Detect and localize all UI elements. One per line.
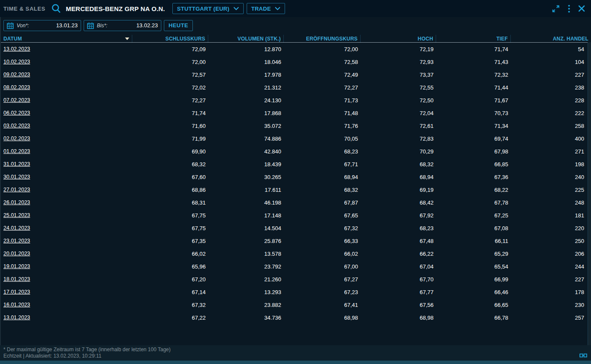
cell-tief: 65,29: [436, 251, 511, 257]
date-link[interactable]: 30.01.2023: [0, 174, 30, 180]
date-link[interactable]: 06.02.2023: [0, 110, 30, 116]
cell-anz-handel: 244: [511, 263, 591, 270]
date-link[interactable]: 07.02.2023: [0, 97, 30, 103]
column-header-hoch[interactable]: HOCH: [361, 35, 436, 42]
date-link[interactable]: 23.01.2023: [0, 238, 30, 244]
date-link[interactable]: 09.02.2023: [0, 72, 30, 78]
cell-hoch: 68,94: [361, 174, 436, 180]
cell-tief: 69,74: [436, 136, 511, 142]
cell-anz-handel: 222: [511, 110, 591, 116]
cell-schlusskurs: 68,32: [132, 161, 208, 168]
table-row: 10.02.2023 72,00 18.046 72,58 72,93 71,4…: [0, 55, 591, 68]
cell-volumen: 34.736: [208, 315, 284, 321]
column-header-anz-handel[interactable]: ANZ. HANDEL: [511, 35, 591, 42]
cell-tief: 66,65: [436, 302, 511, 308]
cell-schlusskurs: 67,60: [132, 174, 208, 180]
trade-type-dropdown-value: TRADE: [251, 6, 271, 12]
bottom-accent-bar: [0, 361, 591, 364]
cell-eroeffnungskurs: 72,27: [284, 84, 361, 91]
von-date-field[interactable]: Von*: 13.01.23: [3, 20, 81, 31]
cell-anz-handel: 198: [511, 161, 591, 168]
date-link[interactable]: 16.01.2023: [0, 302, 30, 308]
table-row: 16.01.2023 67,32 23.882 67,41 67,56 66,6…: [0, 298, 591, 311]
cell-datum: 18.01.2023: [0, 276, 132, 282]
calendar-icon[interactable]: [87, 22, 94, 29]
cell-volumen: 30.265: [208, 174, 284, 180]
date-link[interactable]: 20.01.2023: [0, 251, 30, 257]
link-button[interactable]: [579, 352, 587, 358]
cell-hoch: 72,83: [361, 136, 436, 142]
cell-tief: 70,73: [436, 110, 511, 116]
exchange-dropdown[interactable]: STUTTGART (EUR): [172, 3, 244, 14]
cell-tief: 67,78: [436, 199, 511, 206]
cell-tief: 71,44: [436, 84, 511, 91]
cell-anz-handel: 271: [511, 148, 591, 155]
cell-schlusskurs: 67,14: [132, 289, 208, 295]
column-header-tief[interactable]: TIEF: [436, 35, 511, 42]
cell-hoch: 67,56: [361, 302, 436, 308]
cell-datum: 09.02.2023: [0, 72, 132, 78]
cell-datum: 08.02.2023: [0, 84, 132, 90]
cell-tief: 66,99: [436, 276, 511, 283]
cell-datum: 23.01.2023: [0, 238, 132, 244]
column-header-datum[interactable]: DATUM: [0, 35, 132, 42]
cell-hoch: 73,37: [361, 72, 436, 78]
bis-value: 13.02.23: [136, 22, 158, 29]
cell-schlusskurs: 67,20: [132, 276, 208, 283]
date-link[interactable]: 19.01.2023: [0, 263, 30, 269]
expand-button[interactable]: [552, 5, 560, 13]
search-icon: [51, 3, 61, 14]
table-body: 13.02.2023 72,09 12.870 72,00 72,19 71,7…: [0, 43, 591, 324]
cell-tief: 71,74: [436, 46, 511, 52]
cell-eroeffnungskurs: 72,49: [284, 72, 361, 78]
heute-button[interactable]: HEUTE: [164, 20, 193, 31]
cell-datum: 02.02.2023: [0, 136, 132, 142]
date-link[interactable]: 24.01.2023: [0, 225, 30, 231]
date-link[interactable]: 13.02.2023: [0, 46, 30, 52]
cell-anz-handel: 225: [511, 187, 591, 193]
cell-volumen: 12.870: [208, 46, 284, 52]
table-row: 24.01.2023 67,75 14.504 67,32 68,23 67,0…: [0, 222, 591, 234]
table-row: 03.02.2023 71,60 35.072 71,76 72,61 71,3…: [0, 119, 591, 132]
menu-button[interactable]: [568, 5, 570, 13]
cell-datum: 07.02.2023: [0, 97, 132, 103]
column-header-volumen[interactable]: VOLUMEN (STK.): [208, 35, 284, 42]
date-link[interactable]: 26.01.2023: [0, 199, 30, 205]
instrument-name: MERCEDES-BENZ GRP NA O.N.: [66, 5, 165, 12]
search-button[interactable]: [51, 3, 61, 14]
table-row: 20.01.2023 66,02 13.578 66,02 66,22 65,2…: [0, 247, 591, 260]
cell-volumen: 17.611: [208, 187, 284, 193]
footer-note: * Der maximal gültige Zeitraum ist 7 Tag…: [3, 347, 587, 353]
cell-volumen: 35.072: [208, 123, 284, 129]
date-link[interactable]: 03.02.2023: [0, 123, 30, 129]
date-link[interactable]: 13.01.2023: [0, 315, 30, 321]
date-link[interactable]: 10.02.2023: [0, 59, 30, 65]
bis-date-field[interactable]: Bis*: 13.02.23: [84, 20, 161, 31]
close-button[interactable]: [578, 5, 585, 12]
date-link[interactable]: 08.02.2023: [0, 84, 30, 90]
date-link[interactable]: 31.01.2023: [0, 161, 30, 167]
title-bar: TIME & SALES MERCEDES-BENZ GRP NA O.N. S…: [0, 0, 591, 17]
cell-tief: 66,11: [436, 238, 511, 244]
kebab-menu-icon: [568, 5, 570, 13]
date-link[interactable]: 27.01.2023: [0, 187, 30, 193]
cell-eroeffnungskurs: 67,27: [284, 276, 361, 283]
column-header-schlusskurs[interactable]: SCHLUSSKURS: [132, 35, 208, 42]
cell-tief: 72,32: [436, 72, 511, 78]
date-link[interactable]: 01.02.2023: [0, 148, 30, 154]
cell-anz-handel: 227: [511, 276, 591, 283]
date-link[interactable]: 18.01.2023: [0, 276, 30, 282]
date-link[interactable]: 02.02.2023: [0, 136, 30, 142]
cell-eroeffnungskurs: 71,48: [284, 110, 361, 116]
cell-anz-handel: 104: [511, 59, 591, 65]
cell-tief: 68,22: [436, 187, 511, 193]
column-header-eroeffnungskurs[interactable]: ERÖFFNUNGSKURS: [284, 35, 361, 42]
calendar-icon[interactable]: [7, 22, 14, 29]
date-link[interactable]: 17.01.2023: [0, 289, 30, 295]
vertical-scrollbar[interactable]: [588, 42, 591, 346]
trade-type-dropdown[interactable]: TRADE: [247, 3, 285, 14]
cell-eroeffnungskurs: 67,41: [284, 302, 361, 308]
date-link[interactable]: 25.01.2023: [0, 212, 30, 218]
cell-eroeffnungskurs: 72,00: [284, 46, 361, 52]
app-title: TIME & SALES: [3, 6, 45, 12]
